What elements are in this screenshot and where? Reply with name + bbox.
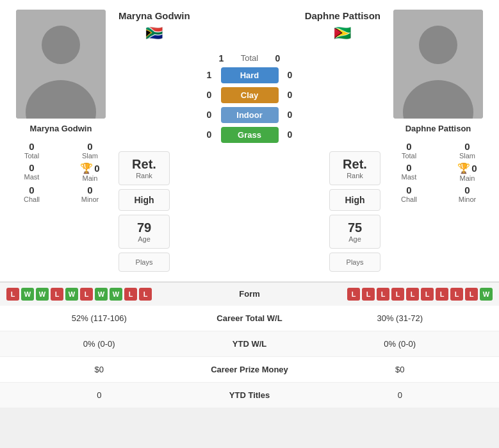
form-badge: W (480, 288, 493, 301)
right-main-label: Main (460, 174, 475, 182)
svg-point-4 (419, 26, 457, 64)
clay-row: 0 Clay 0 (119, 87, 380, 103)
right-player-card: Daphne Pattison 0 Total 0 Slam 0 Mast 🏆 (384, 10, 493, 272)
stats-data-row: 0 YTD Titles 0 (0, 383, 499, 408)
left-rank-label: Rank (136, 172, 152, 179)
form-badge: L (450, 288, 463, 301)
right-high-box: High (329, 189, 380, 211)
right-minor-label: Minor (459, 195, 477, 203)
stats-data-row: 0% (0-0) YTD W/L 0% (0-0) (0, 331, 499, 357)
middle-section: Maryna Godwin 🇿🇦 Daphne Pattison 🇬🇾 1 To… (115, 10, 384, 272)
right-player-info: Daphne Pattison 🇬🇾 (305, 10, 380, 42)
right-main-value: 0 (471, 163, 477, 174)
form-badge: L (391, 288, 404, 301)
left-rank-value: Ret. (132, 157, 156, 172)
form-badge: L (51, 288, 63, 301)
left-player-avatar (16, 10, 106, 119)
form-badge: L (139, 288, 152, 301)
left-plays-box: Plays (119, 253, 170, 272)
grass-btn[interactable]: Grass (221, 127, 279, 143)
left-age-box: 79 Age (119, 215, 170, 249)
indoor-row: 0 Indoor 0 (119, 107, 380, 123)
right-chall-stat: 0 Chall (384, 185, 434, 203)
grass-right-score: 0 (281, 129, 299, 140)
stats-data-row: 52% (117-106) Career Total W/L 30% (31-7… (0, 306, 499, 331)
right-plays-label: Plays (347, 258, 364, 266)
indoor-left-score: 0 (200, 110, 218, 120)
stats-data-row: $0 Career Prize Money $0 (0, 357, 499, 383)
form-badge: W (95, 288, 108, 301)
stat-right-value: 0 (307, 390, 493, 400)
form-badge: W (65, 288, 78, 301)
left-age-value: 79 (137, 220, 151, 235)
left-player-header-name: Maryna Godwin (119, 10, 190, 22)
form-badge: L (406, 288, 419, 301)
left-chall-stat: 0 Chall (6, 185, 57, 203)
stat-left-value: 52% (117-106) (6, 313, 192, 323)
right-player-header-name: Daphne Pattison (305, 10, 380, 22)
total-right-score: 0 (269, 53, 287, 63)
clay-right-score: 0 (281, 90, 299, 100)
right-main-stat: 🏆 0 Main (442, 162, 493, 182)
right-rank-value: Ret. (343, 157, 367, 172)
indoor-btn[interactable]: Indoor (221, 107, 279, 123)
form-label: Form (218, 289, 282, 299)
right-stats-grid: 0 Total 0 Slam 0 Mast 🏆 0 Main (384, 141, 493, 203)
right-age-label: Age (348, 235, 361, 243)
form-badge: L (377, 288, 389, 301)
left-player-info: Maryna Godwin 🇿🇦 (119, 10, 190, 42)
form-badge: L (436, 288, 448, 301)
left-stats-grid: 0 Total 0 Slam 0 Mast 🏆 0 Main (6, 141, 115, 203)
right-trophy-icon: 🏆 (457, 162, 470, 174)
left-main-value: 0 (94, 163, 99, 174)
right-high-value: High (345, 195, 364, 205)
left-plays-label: Plays (136, 258, 153, 266)
right-player-name: Daphne Pattison (405, 124, 471, 133)
form-badge: L (124, 288, 137, 301)
left-player-card: Maryna Godwin 0 Total 0 Slam 0 Mast 🏆 (6, 10, 115, 272)
right-total-stat: 0 Total (384, 141, 434, 160)
left-total-label: Total (24, 152, 39, 160)
left-slam-stat: 0 Slam (65, 141, 115, 160)
right-form-badges: LLLLLLLLLW (282, 288, 493, 301)
hard-row: 1 Hard 0 (119, 67, 380, 83)
right-rank-label: Rank (347, 172, 363, 179)
right-player-avatar (393, 10, 483, 119)
grass-row: 0 Grass 0 (119, 127, 380, 143)
left-rank-box: Ret. Rank (119, 151, 170, 185)
right-flag: 🇬🇾 (334, 25, 351, 42)
right-age-value: 75 (348, 220, 362, 235)
stat-row-label: Career Prize Money (192, 365, 307, 374)
grass-left-score: 0 (200, 129, 218, 140)
left-flag: 🇿🇦 (145, 25, 163, 42)
right-plays-box: Plays (329, 253, 380, 272)
clay-left-score: 0 (200, 90, 218, 100)
form-badge: W (110, 288, 122, 301)
players-section: Maryna Godwin 0 Total 0 Slam 0 Mast 🏆 (0, 0, 499, 282)
stat-row-label: Career Total W/L (192, 313, 307, 323)
clay-btn[interactable]: Clay (221, 87, 279, 103)
left-trophy-icon: 🏆 (80, 162, 93, 174)
right-mast-stat: 0 Mast (384, 162, 434, 182)
right-age-box: 75 Age (329, 215, 380, 249)
left-main-label: Main (83, 174, 98, 182)
form-badge: L (6, 288, 19, 301)
form-badge: L (421, 288, 434, 301)
hard-btn[interactable]: Hard (221, 67, 279, 83)
form-section: LWWLWLWWLL Form LLLLLLLLLW (0, 282, 499, 306)
left-mast-label: Mast (24, 173, 40, 181)
hard-right-score: 0 (281, 70, 299, 80)
left-age-label: Age (138, 235, 151, 243)
right-total-value: 0 (406, 141, 411, 152)
svg-point-1 (42, 26, 80, 64)
right-total-label: Total (402, 152, 416, 160)
form-badge: L (465, 288, 478, 301)
left-mast-stat: 0 Mast (6, 162, 57, 182)
form-badge: L (362, 288, 375, 301)
indoor-right-score: 0 (281, 110, 299, 120)
form-badge: L (80, 288, 93, 301)
stat-row-label: YTD W/L (192, 339, 307, 349)
right-mast-label: Mast (402, 173, 417, 181)
hard-left-score: 1 (200, 70, 218, 80)
total-label: Total (231, 53, 269, 63)
